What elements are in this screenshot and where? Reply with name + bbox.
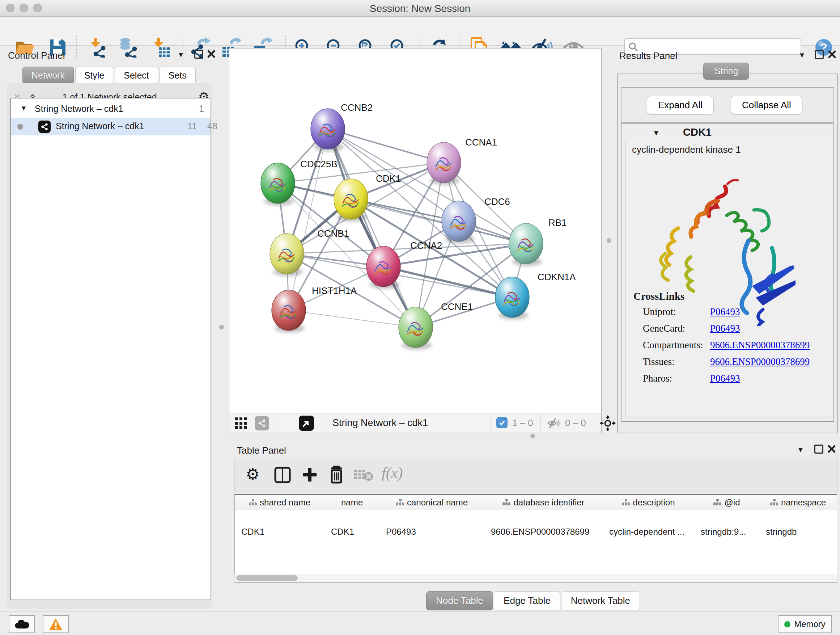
network-node-CDC25B[interactable] [261, 163, 295, 203]
network-node-CCNA2[interactable] [366, 246, 401, 287]
network-status-dot [17, 124, 23, 130]
node-label-CCNB1: CCNB1 [317, 228, 349, 239]
memory-label: Memory [794, 619, 826, 629]
scrollbar-thumb[interactable] [236, 575, 298, 581]
crosslink-link[interactable]: P06493 [710, 306, 740, 318]
table-cell[interactable]: P06493 [379, 524, 485, 539]
expand-all-button[interactable]: Expand All [647, 96, 714, 114]
control-panel-close-icon[interactable] [207, 50, 216, 58]
table-cell[interactable]: CDK1 [235, 524, 325, 539]
delete-table-icon[interactable] [354, 469, 373, 481]
results-panel-title: Results Panel [619, 50, 677, 62]
hidden-elements-icon[interactable] [546, 417, 561, 429]
column-header-namespace[interactable]: namespace [759, 495, 837, 510]
network-node-CCNA1[interactable] [427, 142, 461, 183]
control-panel-menu-icon[interactable]: ▼ [177, 51, 185, 59]
crosslink-link[interactable]: P06493 [710, 323, 740, 334]
network-canvas[interactable]: CCNB2CCNA1CDC25BCDK1CDC6RB1CCNB1CCNA2CDK… [229, 49, 601, 413]
table-cell[interactable]: 9606.ENSP00000378699 [485, 524, 603, 539]
table-cell[interactable]: stringdb [759, 524, 837, 539]
control-panel-float-icon[interactable] [194, 50, 203, 59]
memory-button[interactable]: Memory [778, 615, 832, 633]
crosslink-label: Pharos: [643, 373, 672, 384]
network-edge[interactable] [289, 129, 328, 310]
table-cell[interactable]: cyclin-dependent ... [603, 524, 694, 539]
right-splitter-handle[interactable] [607, 238, 611, 243]
control-panel-tabs: NetworkStyleSelectSets [22, 67, 197, 84]
results-panel-close-icon[interactable] [828, 50, 836, 59]
birds-eye-view-icon[interactable] [299, 416, 314, 431]
network-node-CDC6[interactable] [442, 201, 476, 241]
node-label-CCNA2: CCNA2 [410, 240, 442, 251]
table-horizontal-scrollbar[interactable] [234, 574, 838, 583]
crosslink-link[interactable]: 9606.ENSP00000378699 [710, 356, 810, 367]
table-cell[interactable]: stringdb:9... [694, 524, 759, 539]
table-panel: Table Panel ▼ ⚙ f(x) shared name [229, 436, 840, 611]
tab-edge-table[interactable]: Edge Table [494, 591, 561, 610]
table-panel-title: Table Panel [237, 445, 286, 456]
table-row[interactable]: CDK1CDK1P064939606.ENSP00000378699cyclin… [235, 510, 837, 525]
column-header-database-identifier[interactable]: database identifier [485, 495, 603, 510]
network-edge[interactable] [289, 310, 416, 327]
control-panel-title: Control Panel [8, 50, 65, 61]
tab-network-table[interactable]: Network Table [561, 591, 640, 610]
network-node-RB1[interactable] [509, 223, 543, 264]
network-node-CDKN1A[interactable] [495, 277, 529, 318]
network-edge[interactable] [328, 129, 444, 163]
tab-node-table[interactable]: Node Table [426, 591, 493, 610]
hidden-count: 0 – 0 [565, 417, 586, 429]
network-node-CDK1[interactable] [334, 179, 368, 219]
network-node-CCNB1[interactable] [270, 233, 304, 274]
network-view: CCNB2CCNA1CDC25BCDK1CDC6RB1CCNB1CCNA2CDK… [229, 48, 602, 433]
crosslink-link[interactable]: 9606.ENSP00000378699 [710, 340, 810, 351]
crosslink-label: Uniprot: [643, 306, 676, 318]
selected-nodes-checkbox[interactable] [496, 417, 508, 428]
network-edge[interactable] [384, 266, 512, 297]
column-header-shared-name[interactable]: shared name [235, 495, 325, 510]
title-bar: Session: New Session [0, 0, 840, 17]
network-node-CCNE1[interactable] [399, 307, 433, 348]
results-panel-menu-icon[interactable]: ▼ [798, 51, 806, 59]
left-splitter-handle[interactable] [219, 325, 224, 329]
network-collection-row[interactable]: ▼ String Network – cdk1 1 [11, 101, 210, 118]
column-header-description[interactable]: description [603, 495, 695, 510]
column-header--id[interactable]: @id [694, 495, 760, 510]
table-panel-menu-icon[interactable]: ▼ [797, 446, 804, 454]
node-label-CDK1: CDK1 [376, 173, 401, 184]
table-panel-close-icon[interactable] [827, 445, 836, 453]
network-share-view-icon[interactable] [255, 416, 269, 431]
network-node-CCNB2[interactable] [311, 109, 345, 149]
gene-collapse-icon[interactable]: ▼ [653, 129, 660, 137]
collection-expand-icon[interactable]: ▼ [20, 104, 27, 112]
tab-sets[interactable]: Sets [159, 67, 196, 84]
column-header-label: canonical name [407, 497, 468, 508]
table-cell[interactable]: CDK1 [325, 524, 379, 539]
delete-column-icon[interactable] [328, 466, 345, 484]
tab-network[interactable]: Network [22, 67, 74, 84]
node-label-RB1: RB1 [548, 217, 567, 228]
column-header-name[interactable]: name [325, 495, 380, 510]
cloud-status-button[interactable] [9, 615, 35, 633]
network-row-selected[interactable]: String Network – cdk1 11 48 [11, 118, 210, 135]
tab-string-results[interactable]: String [703, 63, 749, 80]
gene-description: cyclin-dependent kinase 1 [632, 144, 741, 155]
pan-crosshair-icon[interactable] [600, 415, 616, 431]
results-panel: Results Panel ▼ Expand All Collapse All … [616, 48, 840, 433]
table-panel-float-icon[interactable] [814, 445, 823, 454]
tab-select[interactable]: Select [115, 67, 158, 84]
crosslink-link[interactable]: P06493 [710, 373, 740, 384]
column-header-canonical-name[interactable]: canonical name [379, 495, 485, 510]
warnings-button[interactable] [43, 615, 69, 633]
node-table[interactable]: shared namenamecanonical namedatabase id… [234, 494, 837, 583]
table-options-gear-icon[interactable]: ⚙ [246, 465, 260, 483]
grid-view-icon[interactable] [235, 417, 248, 429]
results-panel-float-icon[interactable] [815, 50, 824, 59]
show-columns-icon[interactable] [274, 466, 291, 484]
column-type-icon [714, 499, 722, 506]
network-node-HIST1H1A[interactable] [272, 290, 306, 331]
function-builder-icon[interactable]: f(x) [382, 464, 403, 481]
create-column-icon[interactable] [302, 466, 318, 483]
collapse-all-button[interactable]: Collapse All [731, 96, 802, 114]
tab-style[interactable]: Style [75, 67, 114, 84]
network-view-footer: String Network – cdk1 1 – 0 0 – 0 [229, 413, 601, 432]
